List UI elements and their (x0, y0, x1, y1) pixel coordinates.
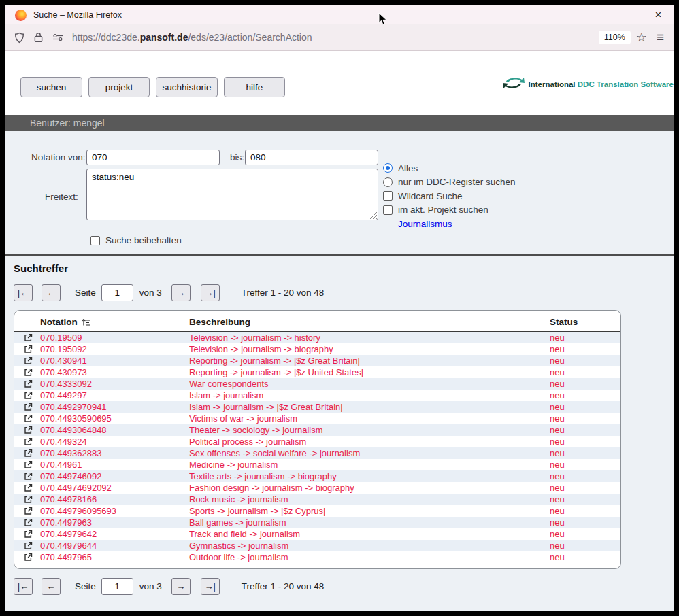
external-link-icon[interactable] (24, 530, 40, 538)
keep-search-option[interactable]: Suche beibehalten (90, 235, 182, 245)
prev-page-button-bottom[interactable]: ← (42, 578, 61, 595)
next-page-button[interactable]: → (171, 284, 191, 301)
external-link-icon[interactable] (24, 333, 40, 342)
suchen-button[interactable]: suchen (20, 77, 82, 97)
external-link-icon[interactable] (24, 345, 40, 354)
zoom-level-badge[interactable]: 110% (599, 31, 631, 44)
external-link-icon[interactable] (24, 356, 40, 365)
table-row: 070.44978166 Rock music -> journalism ne… (14, 494, 620, 505)
ddc-logo-arrows-icon (501, 74, 526, 95)
result-status: neu (550, 390, 620, 400)
result-status: neu (550, 425, 620, 435)
external-link-icon[interactable] (24, 518, 40, 527)
result-description: Fashion design -> journalism -> biograph… (189, 483, 550, 493)
journalismus-link[interactable]: Journalismus (398, 219, 452, 229)
minimize-button[interactable]: – (582, 5, 612, 24)
result-status: neu (550, 332, 620, 343)
url-display[interactable]: https://ddc23de.pansoft.de/eds/e23/actio… (72, 32, 312, 43)
result-notation-link[interactable]: 070.4492970941 (40, 402, 189, 412)
result-notation-link[interactable]: 070.44961 (40, 460, 189, 470)
result-notation-link[interactable]: 070.449324 (40, 437, 189, 447)
result-notation-link[interactable]: 070.449796095693 (40, 506, 189, 516)
external-link-icon[interactable] (24, 391, 40, 400)
result-notation-link[interactable]: 070.195092 (40, 344, 189, 354)
shield-icon[interactable] (14, 32, 25, 44)
external-link-icon[interactable] (24, 460, 40, 469)
external-link-icon[interactable] (24, 541, 40, 550)
freitext-textarea[interactable]: status:neu (86, 169, 378, 220)
result-notation-link[interactable]: 070.44974692092 (40, 483, 189, 493)
pagination-bottom: |← ← Seite von 3 → →| Treffer 1 - 20 von… (14, 578, 674, 595)
option-wildcard[interactable]: Wildcard Suche (383, 189, 516, 203)
hilfe-button[interactable]: hilfe (224, 77, 285, 97)
external-link-icon[interactable] (24, 379, 40, 388)
external-link-icon[interactable] (24, 507, 40, 515)
treffer-summary-bottom: Treffer 1 - 20 von 48 (242, 581, 325, 592)
table-row: 070.4497965 Outdoor life -> journalism n… (14, 551, 620, 563)
external-link-icon[interactable] (24, 414, 40, 423)
result-notation-link[interactable]: 070.449362883 (40, 448, 189, 458)
result-status: neu (550, 448, 620, 458)
result-notation-link[interactable]: 070.4493064848 (40, 425, 189, 435)
status-column-header[interactable]: Status (550, 317, 620, 327)
pagination-top: |← ← Seite von 3 → →| Treffer 1 - 20 von… (14, 284, 674, 301)
result-status: neu (550, 517, 620, 528)
result-notation-link[interactable]: 070.430973 (40, 367, 189, 377)
prev-page-button[interactable]: ← (42, 284, 61, 301)
keep-search-checkbox[interactable] (90, 236, 100, 245)
bookmark-star-icon[interactable]: ☆ (636, 30, 647, 45)
results-section: Suchtreffer |← ← Seite von 3 → →| Treffe… (5, 256, 674, 611)
akt-projekt-checkbox[interactable] (383, 205, 393, 215)
url-prefix: https://ddc23de. (72, 32, 140, 43)
lock-icon[interactable] (33, 32, 44, 43)
next-page-button-bottom[interactable]: → (171, 578, 191, 595)
notation-to-input[interactable] (245, 150, 378, 165)
page-number-input-bottom[interactable] (101, 578, 133, 595)
suchhistorie-button[interactable]: suchhistorie (156, 77, 218, 97)
option-akt-projekt[interactable]: im akt. Projekt suchen (383, 203, 516, 218)
wildcard-checkbox[interactable] (383, 191, 393, 201)
user-label: Benutzer: mengel (30, 118, 105, 129)
beschreibung-column-header[interactable]: Beschreibung (189, 317, 550, 327)
ddc-register-radio[interactable] (383, 177, 393, 187)
notation-from-input[interactable] (86, 150, 220, 165)
permissions-icon[interactable] (52, 33, 64, 42)
option-alles[interactable]: Alles (383, 161, 516, 175)
page-number-input[interactable] (101, 284, 133, 301)
result-notation-link[interactable]: 070.44978166 (40, 494, 189, 504)
option-ddc-register[interactable]: nur im DDC-Register suchen (383, 175, 516, 190)
external-link-icon[interactable] (24, 449, 40, 458)
external-link-icon[interactable] (24, 426, 40, 434)
external-link-icon[interactable] (24, 495, 40, 504)
result-notation-link[interactable]: 070.44979644 (40, 541, 189, 551)
result-notation-link[interactable]: 070.4497963 (40, 517, 189, 528)
sort-ascending-icon (81, 318, 91, 326)
external-link-icon[interactable] (24, 368, 40, 377)
first-page-button[interactable]: |← (14, 284, 33, 301)
external-link-icon[interactable] (24, 437, 40, 446)
external-link-icon[interactable] (24, 483, 40, 492)
result-notation-link[interactable]: 070.4333092 (40, 379, 189, 389)
notation-column-header[interactable]: Notation (40, 317, 189, 327)
result-notation-link[interactable]: 070.430941 (40, 356, 189, 366)
result-notation-link[interactable]: 070.44930590695 (40, 413, 189, 424)
table-row: 070.44961 Medicine -> journalism neu (14, 459, 620, 470)
result-notation-link[interactable]: 070.449746092 (40, 471, 189, 481)
last-page-button[interactable]: →| (201, 284, 220, 301)
external-link-icon[interactable] (24, 553, 40, 562)
search-form: Notation von: bis: Freitext: status:neu … (5, 131, 674, 254)
maximize-button[interactable] (612, 5, 643, 24)
external-link-icon[interactable] (24, 472, 40, 481)
result-notation-link[interactable]: 070.44979642 (40, 529, 189, 539)
result-notation-link[interactable]: 070.449297 (40, 390, 189, 400)
last-page-button-bottom[interactable]: →| (201, 578, 220, 595)
external-link-icon[interactable] (24, 403, 40, 411)
result-notation-link[interactable]: 070.4497965 (40, 552, 189, 562)
first-page-button-bottom[interactable]: |← (14, 578, 33, 595)
menu-hamburger-icon[interactable]: ≡ (657, 30, 664, 45)
projekt-button[interactable]: projekt (88, 77, 150, 97)
close-button[interactable]: × (643, 5, 674, 24)
result-notation-link[interactable]: 070.19509 (40, 332, 189, 343)
result-description: Outdoor life -> journalism (189, 552, 550, 562)
alles-radio[interactable] (383, 163, 393, 173)
